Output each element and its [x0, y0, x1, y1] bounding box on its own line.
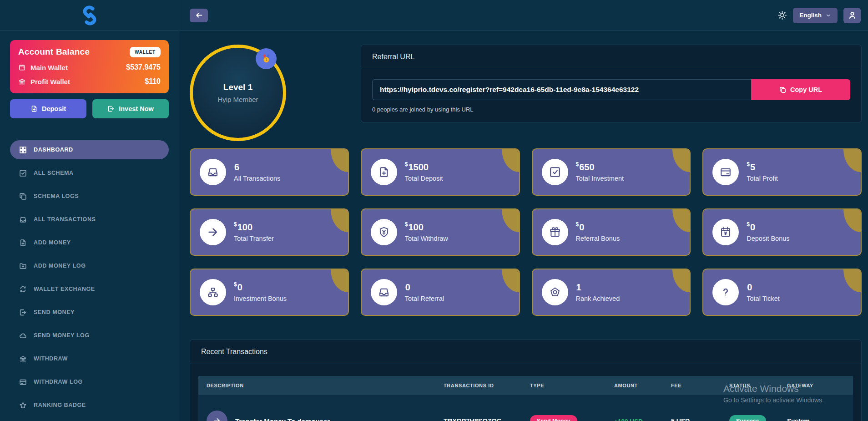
check-square-icon: [19, 169, 27, 177]
stat-prefix: $: [747, 221, 750, 228]
copy-icon: [19, 193, 27, 200]
transactions-table-header: DESCRIPTION TRANSACTIONS ID TYPE AMOUNT …: [198, 376, 853, 395]
transaction-status-badge: Success: [729, 415, 766, 421]
stat-label: Total Referral: [405, 295, 444, 302]
sidebar-item-send-money-log[interactable]: SEND MONEY LOG: [10, 326, 169, 345]
sidebar-item-schema-logs[interactable]: SCHEMA LOGS: [10, 187, 169, 206]
invest-now-button[interactable]: Invest Now: [92, 99, 169, 118]
transaction-type-icon: [207, 411, 227, 421]
invest-now-label: Invest Now: [119, 105, 154, 112]
stat-label: Total Ticket: [747, 295, 780, 302]
stat-card-total-transfer: $100 Total Transfer: [190, 208, 349, 256]
stat-value: 100: [237, 222, 252, 232]
stat-value: 6: [234, 162, 239, 172]
main-wallet-label: Main Wallet: [30, 64, 68, 71]
stat-card-referral-bonus: $0 Referral Bonus: [532, 208, 691, 256]
rank-medal-icon: [542, 279, 568, 305]
stat-label: Deposit Bonus: [747, 235, 789, 242]
referral-card-title: Referral URL: [361, 45, 861, 69]
copy-url-button[interactable]: Copy URL: [751, 79, 850, 100]
inbox-icon: [371, 279, 397, 305]
col-fee: FEE: [671, 383, 729, 388]
credit-card-icon: [712, 159, 739, 185]
brand-area: [0, 0, 179, 31]
sidebar-item-add-money-log[interactable]: ADD MONEY LOG: [10, 256, 169, 275]
col-type: TYPE: [530, 383, 614, 388]
profit-wallet-value: $110: [145, 77, 161, 86]
file-plus-icon: [19, 239, 27, 247]
deposit-button[interactable]: Deposit: [10, 99, 86, 118]
stat-label: Total Profit: [747, 175, 778, 182]
stat-label: Rank Achieved: [576, 295, 620, 302]
credit-card-icon: [19, 378, 27, 386]
gold-corner: [672, 269, 690, 292]
sidebar-item-label: WITHDRAW: [34, 355, 68, 362]
gold-corner: [843, 269, 861, 292]
stat-card-investment-bonus: $0 Investment Bonus: [190, 269, 349, 316]
back-button[interactable]: [190, 9, 208, 22]
question-icon: [712, 279, 739, 305]
gold-corner: [672, 209, 690, 232]
sidebar-item-ranking-badge[interactable]: RANKING BADGE: [10, 396, 169, 415]
stat-value: 650: [579, 162, 594, 172]
col-gateway: GATEWAY: [787, 383, 845, 388]
stat-label: Total Withdraw: [405, 235, 448, 242]
dashboard-app: English Account Balance WALLET: [0, 0, 868, 421]
stat-card-total-referral: 0 Total Referral: [361, 269, 520, 316]
wallet-badge: WALLET: [130, 47, 161, 57]
stat-value: 0: [747, 282, 752, 292]
stat-label: Total Deposit: [405, 175, 443, 182]
sidebar-item-label: DASHBOARD: [34, 147, 73, 153]
sidebar-item-wallet-exchange[interactable]: WALLET EXCHANGE: [10, 279, 169, 299]
stat-label: Investment Bonus: [234, 295, 287, 302]
stat-value: 5: [750, 162, 755, 172]
stat-value: 1: [576, 282, 581, 292]
col-transactions-id: TRANSACTIONS ID: [444, 383, 530, 388]
transaction-type-badge: Send Money: [530, 415, 577, 421]
calendar-currency-icon: [712, 219, 739, 245]
grid-icon: [19, 146, 27, 154]
file-plus-icon: [30, 105, 38, 112]
profile-section: Level 1 Hyip Member 1: [190, 45, 361, 141]
transaction-fee: 5 USD: [671, 417, 729, 421]
gold-corner: [331, 209, 348, 232]
stat-label: Referral Bonus: [576, 235, 620, 242]
account-balance-card: Account Balance WALLET Main Wallet $537.…: [10, 40, 169, 93]
star-icon: [19, 401, 27, 409]
gold-corner: [672, 149, 690, 172]
gold-corner: [331, 269, 348, 292]
theme-toggle-button[interactable]: [777, 10, 787, 20]
sidebar-item-label: RANKING BADGE: [34, 402, 86, 408]
sidebar-item-dashboard[interactable]: DASHBOARD: [10, 140, 169, 159]
sitemap-icon: [200, 279, 226, 305]
arrow-right-icon: [200, 219, 226, 245]
sidebar-item-label: SCHEMA LOGS: [34, 193, 79, 199]
sidebar-item-withdraw[interactable]: WITHDRAW: [10, 349, 169, 368]
sidebar-item-all-schema[interactable]: ALL SCHEMA: [10, 163, 169, 183]
sidebar-menu: DASHBOARD ALL SCHEMA SCHEMA LOGS ALL TRA…: [10, 140, 169, 415]
stat-value: 0: [579, 222, 584, 232]
sidebar-item-withdraw-log[interactable]: WITHDRAW LOG: [10, 372, 169, 391]
recent-transactions-title: Recent Transactions: [190, 340, 861, 364]
sidebar-item-all-transactions[interactable]: ALL TRANSACTIONS: [10, 210, 169, 229]
cloud-icon: [19, 332, 27, 340]
stat-card-total-deposit: $1500 Total Deposit: [361, 148, 520, 196]
referral-url-input[interactable]: [372, 79, 751, 100]
sidebar-item-send-money[interactable]: SEND MONEY: [10, 303, 169, 322]
profile-menu-button[interactable]: [843, 8, 861, 23]
stat-prefix: $: [576, 161, 579, 167]
transaction-description: Transfer Money To demouser: [235, 417, 330, 421]
language-selector[interactable]: English: [793, 8, 838, 23]
gold-corner: [843, 209, 861, 232]
stat-card-rank-achieved: 1 Rank Achieved: [532, 269, 691, 316]
stat-label: Total Investment: [576, 175, 624, 182]
stat-card-total-investment: $650 Total Investment: [532, 148, 691, 196]
sidebar-item-add-money[interactable]: ADD MONEY: [10, 233, 169, 252]
transaction-gateway: System: [787, 417, 845, 421]
col-amount: AMOUNT: [614, 383, 671, 388]
inbox-icon: [200, 159, 226, 185]
sidebar-item-label: ALL SCHEMA: [34, 170, 74, 176]
gold-corner: [502, 209, 519, 232]
transaction-row: Transfer Money To demouser TRXDP7H8SQZQC…: [198, 395, 853, 421]
stat-value: 1500: [408, 162, 429, 172]
